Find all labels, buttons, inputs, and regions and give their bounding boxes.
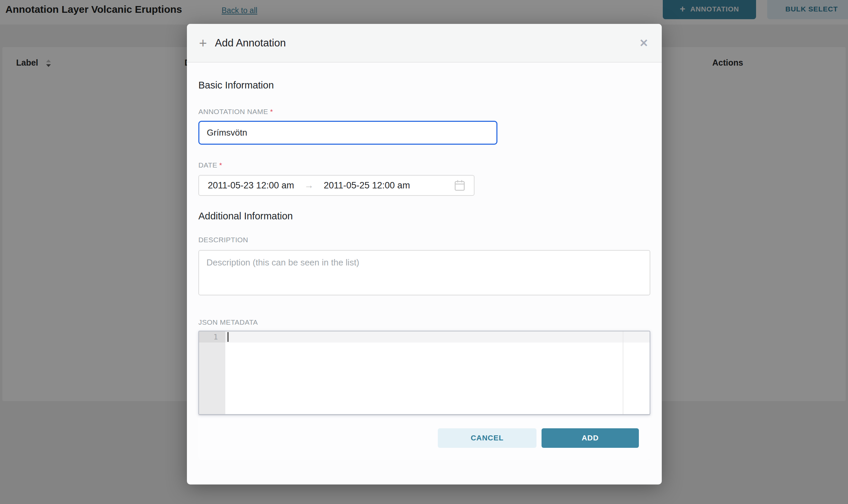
calendar-icon[interactable] — [454, 180, 465, 191]
modal-header: + Add Annotation ✕ — [187, 24, 662, 62]
modal-title: Add Annotation — [215, 37, 285, 49]
add-annotation-modal: + Add Annotation ✕ Basic Information ANN… — [187, 24, 662, 485]
editor-line-number: 1 — [199, 331, 225, 342]
description-label: DESCRIPTION — [198, 235, 650, 244]
required-mark: * — [219, 161, 222, 169]
add-button[interactable]: ADD — [541, 428, 639, 448]
date-start-value[interactable]: 2011-05-23 12:00 am — [208, 180, 294, 191]
json-metadata-editor[interactable]: 1 — [198, 331, 650, 415]
date-label-text: DATE — [198, 161, 217, 169]
modal-footer: CANCEL ADD — [198, 415, 650, 460]
date-label: DATE* — [198, 161, 650, 169]
section-title-additional: Additional Information — [198, 210, 650, 222]
editor-print-margin — [623, 331, 623, 414]
editor-gutter — [199, 331, 225, 414]
modal-body: Basic Information ANNOTATION NAME* DATE*… — [187, 62, 662, 485]
plus-icon: + — [199, 36, 207, 50]
date-range-picker[interactable]: 2011-05-23 12:00 am → 2011-05-25 12:00 a… — [198, 175, 474, 196]
required-mark: * — [270, 108, 273, 115]
json-metadata-label: JSON METADATA — [198, 318, 650, 327]
annotation-name-input[interactable] — [198, 121, 498, 145]
annotation-name-label: ANNOTATION NAME* — [198, 107, 650, 116]
date-end-value[interactable]: 2011-05-25 12:00 am — [324, 180, 410, 191]
description-textarea[interactable] — [198, 250, 650, 295]
editor-active-line — [225, 331, 650, 342]
close-icon[interactable]: ✕ — [639, 38, 648, 49]
arrow-right-icon: → — [304, 181, 313, 190]
section-title-basic: Basic Information — [198, 79, 650, 91]
annotation-name-label-text: ANNOTATION NAME — [198, 108, 268, 115]
cancel-button[interactable]: CANCEL — [438, 428, 536, 448]
screen: Annotation Layer Volcanic Eruptions Back… — [0, 0, 848, 504]
editor-cursor — [227, 332, 229, 342]
